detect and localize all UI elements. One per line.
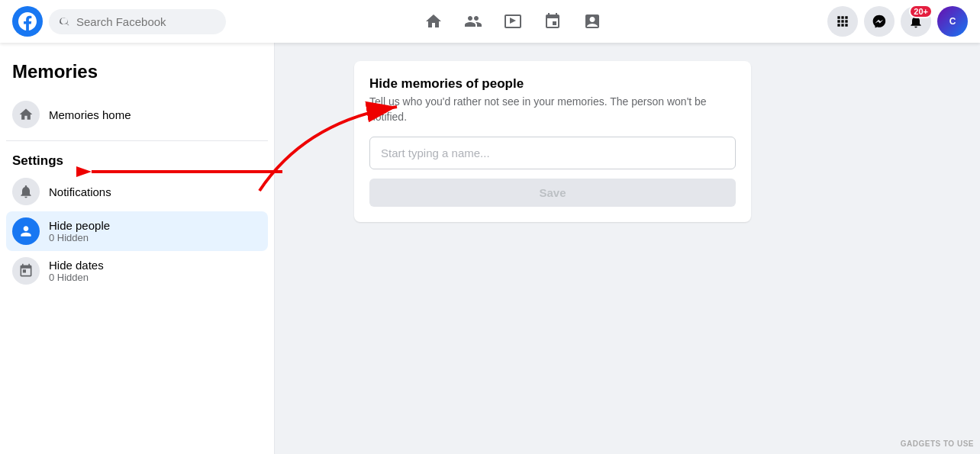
hide-people-card: Hide memories of people Tell us who you'…: [354, 61, 751, 222]
app-layout: Memories Memories home Settings Notifica…: [0, 0, 980, 454]
nav-watch-button[interactable]: [495, 3, 531, 40]
search-bar[interactable]: [49, 9, 226, 34]
sidebar-item-hide-people[interactable]: Hide people 0 Hidden: [6, 211, 268, 251]
arrow-to-hide-people: [275, 149, 290, 195]
home-icon: [12, 101, 40, 128]
topnav-right: 20+ C: [800, 6, 968, 37]
bell-icon: [12, 178, 40, 205]
nav-marketplace-button[interactable]: [534, 3, 571, 40]
topnav-left: [12, 6, 226, 37]
sidebar-hide-dates-sub: 0 Hidden: [49, 272, 104, 283]
sidebar: Memories Memories home Settings Notifica…: [0, 43, 275, 454]
sidebar-section-title: Settings: [6, 147, 268, 172]
messenger-button[interactable]: [864, 6, 895, 37]
watermark: GADGETS TO USE: [901, 440, 974, 448]
notifications-button[interactable]: 20+: [901, 6, 931, 37]
name-search-input[interactable]: [369, 137, 736, 169]
sidebar-hide-dates-label: Hide dates: [49, 259, 104, 272]
sidebar-divider: [6, 140, 268, 141]
card-title: Hide memories of people: [369, 76, 736, 92]
card-description: Tell us who you'd rather not see in your…: [369, 95, 736, 124]
main-content: Hide memories of people Tell us who you'…: [275, 43, 980, 454]
facebook-logo[interactable]: [12, 6, 43, 37]
sidebar-hide-people-sub: 0 Hidden: [49, 232, 110, 243]
sidebar-notifications-label: Notifications: [49, 185, 111, 198]
sidebar-item-notifications[interactable]: Notifications: [6, 172, 268, 211]
notification-badge: 20+: [909, 5, 933, 18]
apps-button[interactable]: [827, 6, 858, 37]
sidebar-hide-people-label: Hide people: [49, 219, 110, 232]
nav-groups-button[interactable]: [574, 3, 611, 40]
search-input[interactable]: [76, 15, 198, 28]
save-button[interactable]: Save: [369, 179, 736, 207]
user-avatar[interactable]: C: [937, 6, 968, 37]
topnav-center: [226, 3, 800, 40]
nav-home-button[interactable]: [415, 3, 452, 40]
calendar-icon: [12, 257, 40, 285]
sidebar-title: Memories: [6, 55, 268, 95]
nav-friends-button[interactable]: [455, 3, 492, 40]
sidebar-item-memories-home[interactable]: Memories home: [6, 95, 268, 134]
topnav: 20+ C: [0, 0, 980, 43]
sidebar-item-hide-dates[interactable]: Hide dates 0 Hidden: [6, 251, 268, 291]
person-icon: [12, 217, 40, 245]
sidebar-item-label: Memories home: [49, 108, 131, 121]
